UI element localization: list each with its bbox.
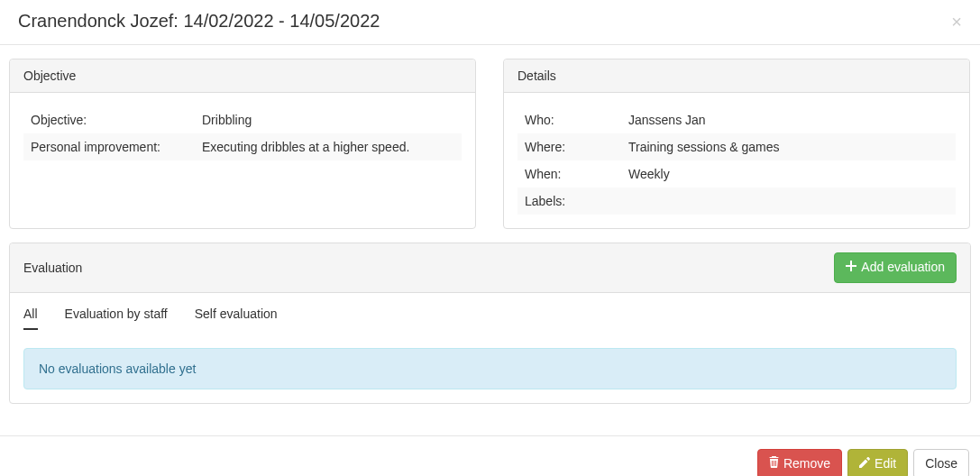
panel-objective: Objective Objective: Dribbling Personal … [9,59,476,229]
pencil-icon [859,455,870,473]
objective-label: Objective: [23,106,195,133]
tab-by-staff[interactable]: Evaluation by staff [65,307,168,330]
details-label: When: [517,160,621,188]
close-icon[interactable]: × [951,13,962,31]
modal-title: Cranendonck Jozef: 14/02/2022 - 14/05/20… [18,11,380,32]
details-value: Training sessions & games [621,133,956,160]
details-table: Who: Janssens Jan Where: Training sessio… [517,106,956,215]
panel-objective-heading: Objective [10,60,475,93]
close-label: Close [925,455,957,473]
details-label: Who: [517,106,621,133]
table-row: When: Weekly [517,160,956,188]
panel-objective-title: Objective [23,69,76,83]
table-row: Where: Training sessions & games [517,133,956,160]
modal-header: Cranendonck Jozef: 14/02/2022 - 14/05/20… [0,0,980,45]
edit-label: Edit [875,455,896,473]
details-value [621,188,956,215]
plus-icon [846,259,856,277]
tab-all[interactable]: All [23,307,38,330]
details-value: Janssens Jan [621,106,956,133]
objective-value: Executing dribbles at a higher speed. [195,133,462,160]
table-row: Labels: [517,188,956,215]
panel-details: Details Who: Janssens Jan Where: Trainin… [503,59,970,229]
table-row: Who: Janssens Jan [517,106,956,133]
remove-label: Remove [783,455,830,473]
empty-evaluations-alert: No evaluations available yet [23,348,957,389]
evaluation-tabs: All Evaluation by staff Self evaluation [23,307,957,330]
tab-self[interactable]: Self evaluation [195,307,278,330]
objective-value: Dribbling [195,106,462,133]
add-evaluation-button[interactable]: Add evaluation [834,252,957,283]
panel-objective-body: Objective: Dribbling Personal improvemen… [10,93,475,174]
panel-details-heading: Details [504,60,969,93]
trash-icon [769,455,779,473]
top-row: Objective Objective: Dribbling Personal … [9,59,971,229]
empty-evaluations-text: No evaluations available yet [39,362,196,376]
details-label: Where: [517,133,621,160]
edit-button[interactable]: Edit [847,449,908,476]
remove-button[interactable]: Remove [757,449,842,476]
details-label: Labels: [517,188,621,215]
table-row: Personal improvement: Executing dribbles… [23,133,462,160]
panel-evaluation-heading: Evaluation Add evaluation [10,243,970,293]
modal-footer: Remove Edit Close [0,435,980,476]
table-row: Objective: Dribbling [23,106,462,133]
modal-body: Objective Objective: Dribbling Personal … [0,45,980,404]
objective-table: Objective: Dribbling Personal improvemen… [23,106,462,160]
panel-details-title: Details [517,69,556,83]
details-value: Weekly [621,160,956,188]
panel-evaluation: Evaluation Add evaluation All Evaluation… [9,243,971,404]
panel-evaluation-title: Evaluation [23,261,82,275]
panel-details-body: Who: Janssens Jan Where: Training sessio… [504,93,969,228]
objective-label: Personal improvement: [23,133,195,160]
close-button[interactable]: Close [913,449,969,476]
add-evaluation-label: Add evaluation [861,259,945,277]
panel-evaluation-body: All Evaluation by staff Self evaluation … [10,293,970,403]
